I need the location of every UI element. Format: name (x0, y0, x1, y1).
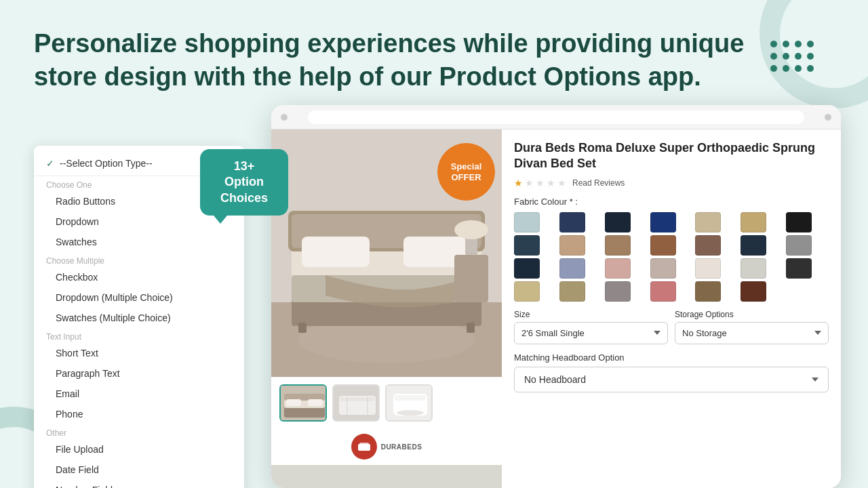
menu-item-paragraph-text[interactable]: Paragraph Text (34, 363, 244, 384)
browser-dot-2 (825, 114, 831, 121)
headboard-label: Matching Headboard Option (514, 352, 829, 363)
menu-item-date-field[interactable]: Date Field (34, 460, 244, 480)
svg-rect-33 (359, 443, 369, 447)
star-4: ★ (547, 178, 555, 188)
svg-rect-22 (308, 399, 323, 406)
svg-rect-15 (298, 323, 307, 333)
product-image-area: Special OFFER (271, 129, 502, 488)
swatch-20[interactable] (786, 258, 812, 279)
menu-item-short-text[interactable]: Short Text (34, 343, 244, 363)
menu-item-phone[interactable]: Phone (34, 404, 244, 424)
size-storage-options: Size 2'6 Small Single Storage Options No… (514, 310, 829, 344)
checkmark-icon: ✓ (46, 158, 54, 169)
swatch-23[interactable] (605, 281, 631, 302)
swatch-16[interactable] (605, 258, 631, 279)
swatch-24[interactable] (650, 281, 676, 302)
headline: Personalize shopping experiences while p… (34, 27, 753, 94)
swatch-11[interactable] (695, 235, 721, 256)
size-option-group: Size 2'6 Small Single (514, 310, 668, 344)
brand-logo-icon (351, 434, 377, 460)
swatch-14[interactable] (514, 258, 540, 279)
star-1: ★ (514, 178, 523, 188)
swatch-8[interactable] (559, 235, 585, 256)
swatch-10[interactable] (650, 235, 676, 256)
fabric-label: Fabric Colour * : (514, 197, 829, 207)
swatch-9[interactable] (605, 235, 631, 256)
storage-label: Storage Options (675, 310, 829, 319)
menu-item-file-upload[interactable]: File Upload (34, 439, 244, 460)
swatch-0[interactable] (514, 212, 540, 232)
size-label: Size (514, 310, 668, 319)
menu-item-swatches[interactable]: Swatches (34, 232, 244, 252)
size-select[interactable]: 2'6 Small Single (514, 322, 668, 344)
selected-label: --Select Option Type-- (60, 158, 153, 169)
browser-dot-1 (281, 114, 288, 121)
tooltip-label: 13+ Option Choices (220, 159, 268, 205)
headline-line1: Personalize shopping experiences while p… (34, 29, 744, 58)
fabric-section: Fabric Colour * : (514, 197, 829, 302)
swatch-15[interactable] (559, 258, 585, 279)
thumbnail-2[interactable] (332, 384, 380, 422)
swatch-4[interactable] (695, 212, 721, 232)
storage-select[interactable]: No Storage (675, 322, 829, 344)
swatch-grid-row1 (514, 212, 829, 232)
tablet-frame: Special OFFER (271, 105, 841, 488)
star-3: ★ (536, 178, 545, 188)
badge-line1: Special (451, 161, 482, 172)
headboard-select[interactable]: No Headboard (514, 367, 829, 392)
thumbnail-1[interactable] (279, 384, 327, 422)
browser-bar (271, 105, 841, 129)
menu-item-email[interactable]: Email (34, 384, 244, 404)
product-title: Dura Beds Roma Deluxe Super Orthopaedic … (514, 140, 829, 172)
svg-point-14 (454, 220, 488, 239)
swatch-12[interactable] (741, 235, 766, 256)
headline-line2: store design with the help of our Produc… (34, 62, 701, 91)
swatch-26[interactable] (741, 281, 766, 302)
thumb-img-2 (334, 386, 378, 420)
special-offer-badge: Special OFFER (437, 143, 495, 201)
swatch-7[interactable] (514, 235, 540, 256)
headboard-section: Matching Headboard Option No Headboard (514, 352, 829, 392)
menu-item-dropdown-multiple[interactable]: Dropdown (Multiple Choice) (34, 287, 244, 308)
swatch-13[interactable] (786, 235, 812, 256)
category-text-input: Text Input (34, 328, 244, 343)
swatch-3[interactable] (650, 212, 676, 232)
browser-url-bar (308, 110, 804, 124)
star-5: ★ (557, 178, 566, 188)
brand-logo-area: DURABEDS (271, 428, 502, 465)
swatch-1[interactable] (559, 212, 585, 232)
product-main-image: Special OFFER (271, 129, 502, 377)
swatch-grid-row4 (514, 281, 829, 302)
thumbnail-3[interactable] (385, 384, 433, 422)
badge-line2: OFFER (451, 172, 481, 183)
menu-item-number-field[interactable]: Number Field (34, 480, 244, 488)
svg-point-31 (397, 410, 424, 415)
menu-item-checkbox[interactable]: Checkbox (34, 267, 244, 287)
swatch-grid-row2 (514, 235, 829, 256)
dots-decoration (770, 41, 814, 72)
thumb-img-1 (281, 386, 326, 420)
svg-rect-30 (395, 395, 426, 401)
svg-rect-9 (302, 237, 370, 267)
swatch-19[interactable] (741, 258, 766, 279)
read-reviews-link[interactable]: Read Reviews (572, 178, 625, 188)
brand-name: DURABEDS (381, 443, 422, 451)
product-info: Dura Beds Roma Deluxe Super Orthopaedic … (502, 129, 841, 488)
category-choose-multiple: Choose Multiple (34, 252, 244, 267)
swatch-21[interactable] (514, 281, 540, 302)
product-page: Special OFFER (271, 129, 841, 488)
menu-item-swatches-multiple[interactable]: Swatches (Multiple Choice) (34, 308, 244, 328)
swatch-22[interactable] (559, 281, 585, 302)
option-choices-tooltip: 13+ Option Choices (200, 149, 288, 216)
svg-rect-16 (467, 323, 475, 333)
star-rating: ★ ★ ★ ★ ★ Read Reviews (514, 178, 829, 188)
star-2: ★ (525, 178, 534, 188)
swatch-17[interactable] (650, 258, 676, 279)
swatch-18[interactable] (695, 258, 721, 279)
product-thumbnails (271, 377, 502, 428)
swatch-25[interactable] (695, 281, 721, 302)
svg-rect-25 (340, 397, 374, 401)
swatch-2[interactable] (605, 212, 631, 232)
swatch-6[interactable] (786, 212, 812, 232)
swatch-5[interactable] (741, 212, 766, 232)
